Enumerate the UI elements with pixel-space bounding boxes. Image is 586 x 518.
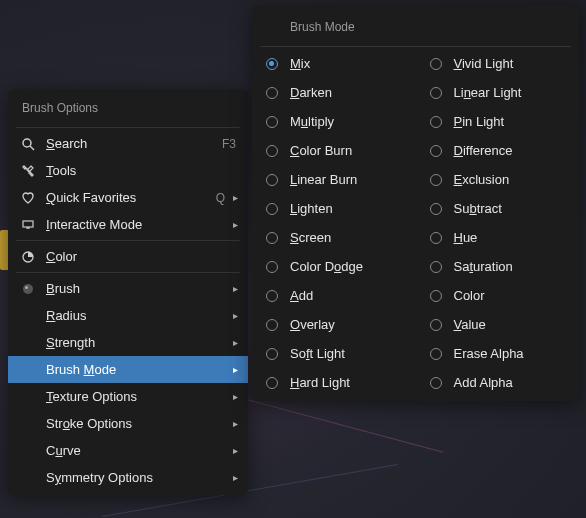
interactive-mode-item[interactable]: Interactive Mode ▸	[8, 211, 248, 238]
search-icon	[18, 137, 38, 151]
option-label: Add Alpha	[442, 375, 513, 390]
brush-mode-option[interactable]: Color Dodge	[252, 252, 416, 281]
shortcut-label: Q	[216, 191, 227, 205]
submenu-arrow-icon: ▸	[227, 192, 238, 203]
strength-item[interactable]: Strength ▸	[8, 329, 248, 356]
brush-mode-option[interactable]: Hue	[416, 223, 580, 252]
option-label: Soft Light	[278, 346, 345, 361]
color-item[interactable]: Color	[8, 243, 248, 270]
brush-mode-option[interactable]: Lighten	[252, 194, 416, 223]
brush-mode-option[interactable]: Mix	[252, 49, 416, 78]
curve-item[interactable]: Curve ▸	[8, 437, 248, 464]
option-label: Vivid Light	[442, 56, 514, 71]
radio-icon	[430, 232, 442, 244]
option-label: Difference	[442, 143, 513, 158]
brush-mode-option[interactable]: Screen	[252, 223, 416, 252]
option-label: Color	[442, 288, 485, 303]
radio-icon	[266, 87, 278, 99]
separator	[260, 46, 571, 47]
color-icon	[18, 250, 38, 264]
svg-point-0	[23, 139, 31, 147]
submenu-arrow-icon: ▸	[227, 219, 238, 230]
brush-mode-option[interactable]: Add Alpha	[416, 368, 580, 397]
stroke-options-item[interactable]: Stroke Options ▸	[8, 410, 248, 437]
brush-mode-option[interactable]: Saturation	[416, 252, 580, 281]
option-label: Mix	[278, 56, 310, 71]
brush-mode-option[interactable]: Erase Alpha	[416, 339, 580, 368]
radio-icon	[266, 377, 278, 389]
option-label: Erase Alpha	[442, 346, 524, 361]
quick-favorites-item[interactable]: Quick Favorites Q ▸	[8, 184, 248, 211]
brush-mode-option[interactable]: Vivid Light	[416, 49, 580, 78]
menu-item-label: Interactive Mode	[38, 217, 227, 232]
menu-item-label: Quick Favorites	[38, 190, 216, 205]
brush-mode-item[interactable]: Brush Mode ▸	[8, 356, 248, 383]
radio-icon	[430, 87, 442, 99]
radio-icon	[266, 319, 278, 331]
search-item[interactable]: Search F3	[8, 130, 248, 157]
menu-item-label: Symmetry Options	[38, 470, 227, 485]
brush-mode-option[interactable]: Darken	[252, 78, 416, 107]
texture-options-item[interactable]: Texture Options ▸	[8, 383, 248, 410]
submenu-arrow-icon: ▸	[227, 337, 238, 348]
option-label: Darken	[278, 85, 332, 100]
radio-icon	[266, 290, 278, 302]
svg-line-1	[30, 146, 34, 150]
option-label: Hard Light	[278, 375, 350, 390]
interactive-mode-icon	[18, 218, 38, 232]
option-label: Lighten	[278, 201, 333, 216]
heart-icon	[18, 191, 38, 205]
brush-mode-option[interactable]: Exclusion	[416, 165, 580, 194]
tools-icon	[18, 164, 38, 178]
radio-icon	[266, 232, 278, 244]
option-label: Exclusion	[442, 172, 510, 187]
brush-icon	[18, 282, 38, 296]
brush-item[interactable]: Brush ▸	[8, 275, 248, 302]
option-label: Linear Light	[442, 85, 522, 100]
brush-mode-option[interactable]: Linear Light	[416, 78, 580, 107]
option-label: Pin Light	[442, 114, 505, 129]
brush-mode-option[interactable]: Add	[252, 281, 416, 310]
radio-icon	[266, 174, 278, 186]
menu-item-label: Curve	[38, 443, 227, 458]
radio-icon	[266, 261, 278, 273]
brush-mode-submenu: Brush Mode MixDarkenMultiplyColor BurnLi…	[252, 6, 579, 401]
radio-icon	[430, 290, 442, 302]
brush-mode-option[interactable]: Subtract	[416, 194, 580, 223]
radio-icon	[266, 58, 278, 70]
option-label: Overlay	[278, 317, 335, 332]
menu-item-label: Texture Options	[38, 389, 227, 404]
option-label: Screen	[278, 230, 331, 245]
separator	[16, 240, 240, 241]
radio-icon	[430, 348, 442, 360]
menu-item-label: Strength	[38, 335, 227, 350]
brush-mode-option[interactable]: Pin Light	[416, 107, 580, 136]
option-label: Color Dodge	[278, 259, 363, 274]
brush-mode-option[interactable]: Linear Burn	[252, 165, 416, 194]
menu-title: Brush Mode	[252, 10, 579, 44]
tools-item[interactable]: Tools	[8, 157, 248, 184]
brush-mode-option[interactable]: Multiply	[252, 107, 416, 136]
brush-mode-option[interactable]: Soft Light	[252, 339, 416, 368]
brush-mode-option[interactable]: Overlay	[252, 310, 416, 339]
option-label: Hue	[442, 230, 478, 245]
submenu-arrow-icon: ▸	[227, 364, 238, 375]
menu-item-label: Brush Mode	[38, 362, 227, 377]
option-label: Subtract	[442, 201, 502, 216]
symmetry-options-item[interactable]: Symmetry Options ▸	[8, 464, 248, 491]
brush-options-menu: Brush Options Search F3 Tools Quick Favo…	[8, 89, 248, 495]
brush-mode-option[interactable]: Hard Light	[252, 368, 416, 397]
brush-mode-option[interactable]: Color	[416, 281, 580, 310]
radio-icon	[266, 203, 278, 215]
brush-mode-option[interactable]: Color Burn	[252, 136, 416, 165]
option-label: Linear Burn	[278, 172, 357, 187]
submenu-arrow-icon: ▸	[227, 310, 238, 321]
menu-title: Brush Options	[8, 93, 248, 125]
brush-mode-option[interactable]: Value	[416, 310, 580, 339]
radio-icon	[430, 116, 442, 128]
radio-icon	[266, 116, 278, 128]
svg-point-4	[23, 284, 33, 294]
radio-icon	[430, 377, 442, 389]
brush-mode-option[interactable]: Difference	[416, 136, 580, 165]
radius-item[interactable]: Radius ▸	[8, 302, 248, 329]
